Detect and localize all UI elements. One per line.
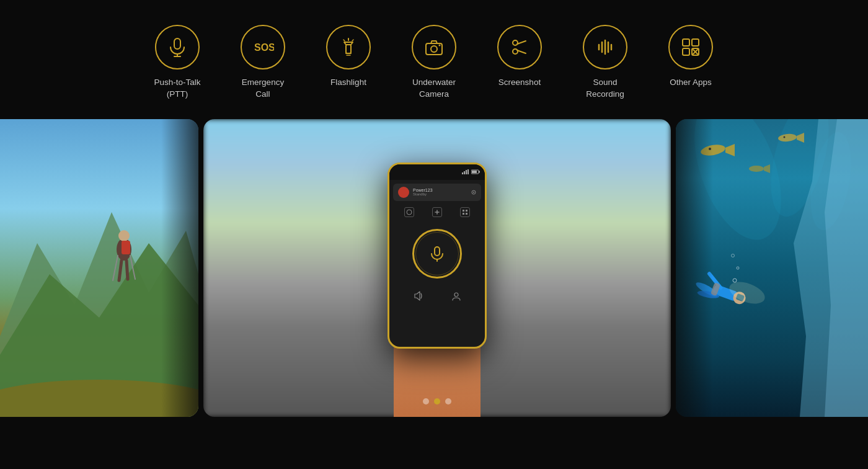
sound-recording-label: Sound Recording (586, 77, 624, 100)
svg-point-12 (439, 45, 441, 47)
function-icons (389, 205, 485, 220)
volume-icon (413, 290, 424, 302)
svg-point-11 (431, 46, 437, 52)
battery-icon (471, 169, 480, 174)
svg-point-47 (407, 210, 412, 215)
svg-rect-22 (683, 39, 689, 46)
dot-2[interactable] (434, 398, 440, 404)
svg-point-65 (784, 136, 786, 138)
ptt-big-circle (412, 229, 462, 279)
underwater-svg (676, 119, 868, 417)
carousel-dots (423, 398, 451, 404)
func-icon-3 (462, 209, 468, 215)
hiking-background (0, 119, 198, 417)
svg-rect-43 (472, 171, 477, 173)
soundwave-icon (594, 36, 616, 58)
dot-1[interactable] (423, 398, 429, 404)
icon-circle-other-apps (668, 25, 713, 69)
svg-text:SOS: SOS (254, 42, 274, 53)
svg-line-15 (517, 41, 526, 44)
svg-point-54 (454, 293, 458, 297)
svg-line-7 (352, 40, 353, 41)
svg-rect-38 (462, 172, 463, 174)
icon-circle-sound-recording (583, 25, 627, 69)
scissors-icon (508, 36, 531, 58)
icon-circle-screenshot (497, 25, 542, 69)
svg-rect-40 (466, 170, 467, 174)
bottom-controls (389, 288, 485, 304)
contacts-icon (451, 290, 462, 302)
sos-icon: SOS (252, 36, 274, 58)
dot-3[interactable] (445, 398, 451, 404)
status-bar (389, 164, 485, 180)
icon-circle-emergency: SOS (241, 25, 285, 69)
underwater-camera-label: Underwater Camera (412, 77, 456, 100)
svg-rect-4 (346, 45, 351, 53)
icon-circle-ptt (155, 25, 200, 69)
icon-item-flashlight[interactable]: Flashlight (321, 25, 376, 89)
ptt-label: Push-to-Talk (PTT) (154, 77, 200, 100)
svg-point-78 (727, 277, 768, 308)
emergency-label: Emergency Call (242, 77, 284, 100)
icon-item-other-apps[interactable]: Other Apps (663, 25, 719, 89)
panel-ptt-demo: Power123 Standby (203, 119, 671, 417)
icon-item-emergency[interactable]: SOS Emergency Call (235, 25, 291, 100)
svg-rect-50 (463, 213, 464, 215)
svg-point-30 (0, 380, 198, 417)
svg-line-35 (126, 261, 128, 279)
mountain-svg (0, 119, 198, 417)
panel-underwater (676, 119, 868, 417)
signal-icon (462, 169, 469, 174)
icon-item-underwater-camera[interactable]: Underwater Camera (406, 25, 462, 100)
icon-item-screenshot[interactable]: Screenshot (492, 25, 547, 89)
microphone-icon (166, 36, 188, 58)
func-icon-2 (434, 209, 440, 215)
svg-line-16 (517, 50, 526, 53)
icon-item-sound-recording[interactable]: Sound Recording (577, 25, 633, 100)
images-section: Power123 Standby (0, 119, 868, 417)
svg-point-75 (733, 279, 737, 282)
underwater-background (676, 119, 868, 417)
svg-point-46 (473, 192, 474, 193)
svg-point-77 (732, 254, 735, 257)
ptt-button-area (389, 220, 485, 288)
svg-rect-51 (466, 213, 467, 215)
svg-rect-41 (467, 169, 469, 174)
svg-rect-49 (466, 210, 467, 212)
icon-circle-flashlight (326, 25, 371, 69)
svg-rect-23 (692, 39, 699, 46)
grid-icon (680, 36, 702, 58)
svg-point-66 (749, 166, 764, 172)
svg-rect-44 (479, 171, 480, 173)
flashlight-label: Flashlight (330, 77, 366, 89)
svg-line-6 (343, 40, 345, 41)
svg-marker-59 (825, 119, 868, 417)
svg-rect-48 (463, 210, 464, 212)
svg-point-32 (118, 230, 130, 241)
other-apps-label: Other Apps (670, 77, 712, 89)
svg-point-76 (737, 267, 739, 269)
hand-phone: Power123 Standby (375, 156, 499, 417)
settings-icon-small (471, 190, 476, 195)
screenshot-label: Screenshot (498, 77, 541, 89)
svg-point-62 (709, 148, 711, 150)
flashlight-icon (337, 36, 360, 58)
svg-rect-39 (464, 171, 465, 174)
icon-circle-underwater-camera (412, 25, 456, 69)
svg-rect-0 (174, 38, 180, 49)
camera-icon (423, 36, 445, 58)
phone-device: Power123 Standby (388, 163, 487, 349)
svg-rect-24 (683, 48, 689, 55)
svg-rect-33 (122, 241, 130, 254)
icons-section: Push-to-Talk (PTT) SOS Emergency Call (0, 0, 868, 119)
panel-hiker (0, 119, 198, 417)
icon-item-ptt[interactable]: Push-to-Talk (PTT) (149, 25, 205, 100)
func-icon-1 (406, 209, 412, 215)
app-header: Power123 Standby (393, 184, 481, 201)
